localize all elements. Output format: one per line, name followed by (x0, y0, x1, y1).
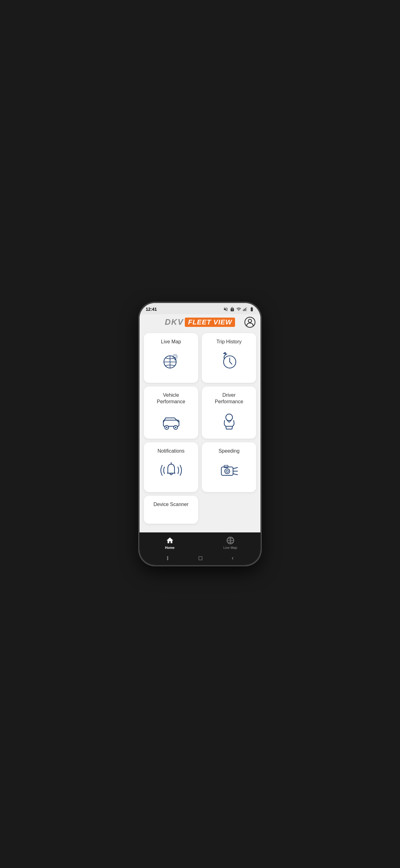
card-live-map-label: Live Map (161, 339, 181, 345)
logo-fleet: FLEET VIEW (185, 318, 235, 327)
driver-icon (218, 410, 240, 432)
bell-notification-icon (160, 459, 182, 482)
svg-point-5 (248, 319, 252, 322)
card-vehicle-performance[interactable]: Vehicle Performance (144, 386, 198, 439)
content-area: Live Map (139, 330, 261, 532)
svg-point-23 (225, 469, 229, 474)
android-recent-btn[interactable]: ⫿ (167, 555, 169, 561)
svg-point-17 (175, 427, 176, 428)
card-speeding[interactable]: Speeding (202, 442, 256, 492)
app-header: DKV FLEET VIEW (139, 314, 261, 330)
speed-camera-icon (218, 459, 240, 482)
svg-line-27 (233, 474, 237, 475)
svg-rect-1 (244, 309, 245, 311)
card-trip-history[interactable]: Trip History (202, 333, 256, 383)
status-icons (223, 307, 254, 312)
card-trip-history-label: Trip History (216, 339, 241, 345)
svg-point-11 (174, 355, 176, 357)
phone-frame: 12:41 DKV FLEET VIEW (139, 303, 261, 565)
wifi-icon (236, 307, 241, 312)
card-vehicle-performance-label: Vehicle Performance (157, 392, 186, 405)
profile-button[interactable] (244, 317, 256, 328)
svg-point-24 (226, 470, 228, 472)
clock-history-icon (218, 350, 240, 373)
live-map-nav-icon (226, 536, 235, 545)
menu-grid: Live Map (144, 333, 256, 524)
logo: DKV FLEET VIEW (165, 317, 235, 327)
battery-icon (249, 307, 254, 312)
status-time: 12:41 (146, 307, 157, 312)
van-icon (160, 410, 182, 432)
nav-home[interactable]: Home (139, 535, 200, 551)
android-back-btn[interactable]: ‹ (232, 555, 233, 561)
card-device-scanner[interactable]: Device Scanner (144, 496, 198, 524)
nav-live-map[interactable]: Live Map (200, 535, 261, 551)
globe-pin-icon (160, 350, 182, 373)
card-speeding-label: Speeding (219, 448, 240, 455)
nav-live-map-label: Live Map (223, 546, 237, 550)
card-driver-performance[interactable]: Driver Performance (202, 386, 256, 439)
home-nav-icon (166, 536, 174, 545)
svg-point-15 (166, 427, 167, 428)
android-nav: ⫿ ◻ ‹ (139, 552, 261, 565)
card-live-map[interactable]: Live Map (144, 333, 198, 383)
svg-rect-22 (221, 467, 233, 475)
svg-rect-0 (243, 310, 244, 311)
android-home-btn[interactable]: ◻ (198, 554, 203, 561)
logo-dkv: DKV (165, 317, 184, 327)
card-driver-performance-label: Driver Performance (215, 392, 243, 405)
nav-home-label: Home (165, 546, 174, 550)
lock-icon (230, 307, 235, 312)
svg-point-19 (226, 414, 233, 421)
svg-rect-2 (245, 308, 245, 311)
svg-line-25 (233, 468, 237, 469)
signal-icon (243, 307, 248, 312)
card-notifications-label: Notifications (158, 448, 185, 455)
bottom-nav: Home Live Map (139, 532, 261, 552)
phone-screen: 12:41 DKV FLEET VIEW (139, 303, 261, 565)
card-notifications[interactable]: Notifications (144, 442, 198, 492)
status-bar: 12:41 (139, 303, 261, 314)
card-device-scanner-label: Device Scanner (154, 501, 189, 508)
mute-icon (223, 307, 228, 312)
svg-rect-3 (246, 307, 247, 311)
